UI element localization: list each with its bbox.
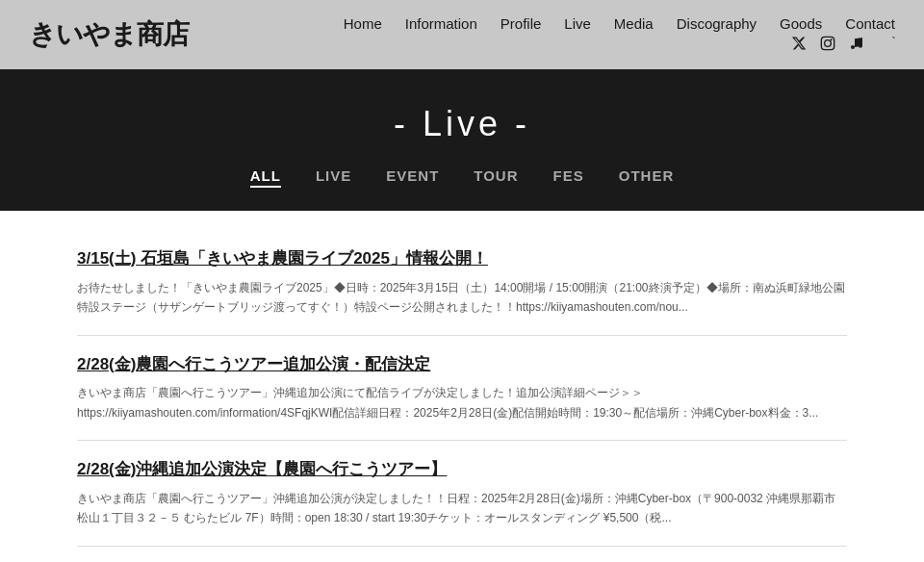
- nav-live[interactable]: Live: [564, 15, 591, 32]
- live-desc: お待たせしました！「きいやま農園ライブ2025」◆日時：2025年3月15日（土…: [77, 278, 847, 318]
- nav-profile[interactable]: Profile: [500, 15, 542, 32]
- live-title[interactable]: 2/28(金)沖縄追加公演決定【農園へ行こうツアー】: [77, 458, 447, 481]
- logo-text: きいやま商店: [29, 16, 189, 53]
- nav-information[interactable]: Information: [405, 15, 477, 32]
- filter-live[interactable]: LIVE: [316, 167, 351, 188]
- svg-point-2: [831, 38, 833, 40]
- filter-tabs: ALL LIVE EVENT TOUR FES OTHER: [0, 167, 924, 211]
- logo: きいやま商店: [29, 16, 189, 53]
- music-icon[interactable]: [849, 36, 864, 55]
- nav-contact[interactable]: Contact: [845, 15, 895, 32]
- svg-rect-0: [821, 37, 834, 49]
- list-item: 2/28(金)沖縄追加公演決定【農園へ行こうツアー】 きいやま商店「農園へ行こう…: [77, 441, 847, 547]
- page-title-section: - Live -: [0, 69, 924, 167]
- content-area: 3/15(土) 石垣島「きいやま農園ライブ2025」情報公開！ お待たせしました…: [0, 211, 924, 562]
- nav-home[interactable]: Home: [344, 15, 382, 32]
- header-right: Home Information Profile Live Media Disc…: [344, 15, 895, 55]
- nav-discography[interactable]: Discography: [677, 15, 757, 32]
- live-desc: きいやま商店「農園へ行こうツアー」沖縄追加公演にて配信ライブが決定しました！追加…: [77, 383, 847, 422]
- social-icons: [791, 36, 895, 55]
- instagram-icon[interactable]: [820, 36, 835, 55]
- nav-goods[interactable]: Goods: [780, 15, 822, 32]
- nav-media[interactable]: Media: [614, 15, 654, 32]
- live-title[interactable]: 2/28(金)農園へ行こうツアー追加公演・配信決定: [77, 353, 430, 376]
- twitter-icon[interactable]: [791, 36, 807, 55]
- filter-fes[interactable]: FES: [553, 167, 584, 188]
- page-title: - Live -: [0, 104, 924, 144]
- live-title[interactable]: 3/15(土) 石垣島「きいやま農園ライブ2025」情報公開！: [77, 247, 488, 270]
- live-desc: きいやま商店「農園へ行こうツアー」沖縄追加公演が決定しました！！日程：2025年…: [77, 489, 847, 528]
- svg-point-1: [825, 39, 832, 46]
- filter-other[interactable]: OTHER: [619, 167, 675, 188]
- filter-event[interactable]: EVENT: [386, 167, 439, 188]
- filter-all[interactable]: ALL: [250, 167, 281, 188]
- filter-tour[interactable]: TOUR: [474, 167, 518, 188]
- list-item: 2/28(金)農園へ行こうツアー追加公演・配信決定 きいやま商店「農園へ行こうツ…: [77, 336, 847, 442]
- list-item: 2/22（土）イオン南風原 インストアライブ 【場所】イオン南風原店【期間】2月…: [77, 547, 847, 562]
- youtube-icon[interactable]: [878, 37, 895, 54]
- main-nav: Home Information Profile Live Media Disc…: [344, 15, 895, 32]
- header: きいやま商店 Home Information Profile Live Med…: [0, 0, 924, 69]
- list-item: 3/15(土) 石垣島「きいやま農園ライブ2025」情報公開！ お待たせしました…: [77, 230, 847, 336]
